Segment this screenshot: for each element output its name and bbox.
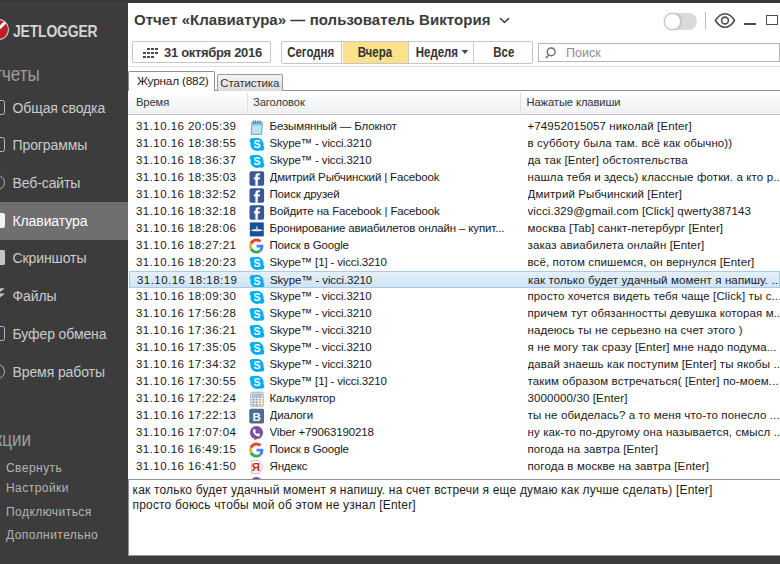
svg-text:S: S — [253, 342, 260, 354]
svg-text:S: S — [253, 257, 260, 269]
svg-text:S: S — [253, 376, 260, 388]
svg-text:Я: Я — [251, 461, 259, 473]
svg-text:В: В — [252, 410, 260, 422]
svg-text:S: S — [253, 308, 260, 320]
svg-text:S: S — [253, 275, 260, 287]
svg-text:S: S — [253, 291, 260, 303]
svg-text:S: S — [253, 325, 260, 337]
svg-text:S: S — [253, 155, 260, 167]
svg-text:S: S — [253, 359, 260, 371]
svg-text:S: S — [253, 138, 260, 150]
